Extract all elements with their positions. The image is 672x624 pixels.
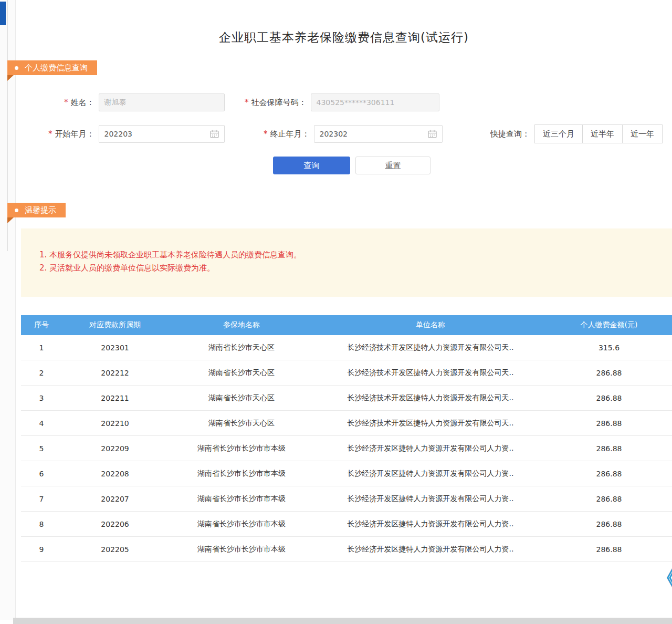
cell-region: 湖南省长沙市天心区 — [168, 393, 315, 403]
calendar-icon[interactable] — [428, 130, 437, 138]
badge-fold-decoration — [7, 217, 14, 223]
cell-amount: 286.88 — [546, 444, 672, 453]
cell-seq: 1 — [21, 344, 62, 352]
payment-table: 序号 对应费款所属期 参保地名称 单位名称 个人缴费金额(元) 1 202301… — [21, 315, 672, 562]
section-badge-tips: 温馨提示 — [7, 203, 66, 217]
cell-period: 202207 — [62, 495, 168, 503]
quick-query-label: 快捷查询： — [490, 129, 530, 139]
cell-region: 湖南省长沙市长沙市市本级 — [168, 519, 315, 529]
page-title: 企业职工基本养老保险缴费信息查询(试运行) — [16, 29, 672, 46]
cell-period: 202205 — [62, 545, 168, 554]
bullet-icon — [15, 209, 18, 212]
cell-employer: 长沙经济开发区捷特人力资源开发有限公司人力资.. — [315, 494, 546, 504]
pension-query-page: 企业职工基本养老保险缴费信息查询(试运行) 个人缴费信息查询 * 姓名： 谢旭泰… — [0, 0, 672, 624]
table-row[interactable]: 9 202205 湖南省长沙市长沙市市本级 长沙经济开发区捷特人力资源开发有限公… — [21, 537, 672, 562]
end-month-field-group: * 终止年月： 202302 — [264, 125, 443, 143]
table-row[interactable]: 2 202212 湖南省长沙市天心区 长沙经济技术开发区捷特人力资源开发有限公司… — [21, 360, 672, 386]
cell-period: 202210 — [62, 419, 168, 428]
cell-amount: 286.88 — [546, 495, 672, 503]
tips-line-2: 2. 灵活就业人员的缴费单位信息以实际缴费为准。 — [39, 262, 672, 275]
start-month-value: 202203 — [104, 130, 132, 138]
cell-seq: 7 — [21, 495, 62, 503]
tips-notice-box: 1. 本服务仅提供尚未领取企业职工基本养老保险待遇人员的缴费信息查询。 2. 灵… — [21, 228, 672, 297]
cell-region: 湖南省长沙市长沙市市本级 — [168, 444, 315, 453]
left-sidebar-rail — [0, 0, 16, 620]
cell-amount: 286.88 — [546, 520, 672, 528]
cell-amount: 315.6 — [546, 344, 672, 352]
table-row[interactable]: 5 202209 湖南省长沙市长沙市市本级 长沙经济开发区捷特人力资源开发有限公… — [21, 436, 672, 461]
ssn-label: 社会保障号码： — [251, 98, 307, 108]
quick-btn-oneyear[interactable]: 近一年 — [622, 124, 663, 143]
required-asterisk: * — [64, 98, 68, 107]
start-month-field-group: * 开始年月： 202203 — [48, 125, 225, 143]
cell-seq: 8 — [21, 520, 62, 528]
table-body: 1 202301 湖南省长沙市天心区 长沙经济技术开发区捷特人力资源开发有限公司… — [21, 335, 672, 562]
query-button[interactable]: 查询 — [273, 157, 350, 174]
cell-period: 202208 — [62, 470, 168, 478]
end-month-input[interactable]: 202302 — [314, 125, 443, 143]
col-header-region: 参保地名称 — [168, 320, 315, 330]
table-row[interactable]: 4 202210 湖南省长沙市天心区 长沙经济技术开发区捷特人力资源开发有限公司… — [21, 411, 672, 436]
cell-region: 湖南省长沙市天心区 — [168, 343, 315, 352]
required-asterisk: * — [48, 129, 52, 139]
cell-employer: 长沙经济技术开发区捷特人力资源开发有限公司天.. — [315, 343, 546, 352]
cell-employer: 长沙经济技术开发区捷特人力资源开发有限公司天.. — [315, 368, 546, 378]
start-month-input[interactable]: 202203 — [99, 125, 225, 143]
bullet-icon — [15, 66, 18, 70]
cell-amount: 286.88 — [546, 470, 672, 478]
cell-employer: 长沙经济开发区捷特人力资源开发有限公司人力资.. — [315, 444, 546, 453]
col-header-employer: 单位名称 — [315, 320, 546, 330]
collapse-double-chevron-icon[interactable]: 《 — [655, 567, 672, 589]
cell-employer: 长沙经济技术开发区捷特人力资源开发有限公司天.. — [315, 393, 546, 403]
cell-employer: 长沙经济开发区捷特人力资源开发有限公司人力资.. — [315, 545, 546, 554]
table-header-row: 序号 对应费款所属期 参保地名称 单位名称 个人缴费金额(元) — [21, 315, 672, 335]
cell-region: 湖南省长沙市长沙市市本级 — [168, 545, 315, 554]
section-badge-label: 温馨提示 — [25, 203, 56, 217]
end-month-label: 终止年月： — [270, 129, 310, 139]
cell-employer: 长沙经济开发区捷特人力资源开发有限公司人力资.. — [315, 469, 546, 479]
cell-seq: 2 — [21, 369, 62, 377]
calendar-icon[interactable] — [210, 130, 219, 138]
table-row[interactable]: 1 202301 湖南省长沙市天心区 长沙经济技术开发区捷特人力资源开发有限公司… — [21, 335, 672, 360]
cell-seq: 3 — [21, 394, 62, 402]
cell-region: 湖南省长沙市长沙市市本级 — [168, 494, 315, 504]
cell-amount: 286.88 — [546, 545, 672, 554]
cell-amount: 286.88 — [546, 369, 672, 377]
required-asterisk: * — [245, 98, 249, 107]
reset-button[interactable]: 重置 — [355, 157, 430, 174]
end-month-value: 202302 — [320, 130, 348, 138]
cell-region: 湖南省长沙市长沙市市本级 — [168, 469, 315, 479]
table-row[interactable]: 6 202208 湖南省长沙市长沙市市本级 长沙经济开发区捷特人力资源开发有限公… — [21, 461, 672, 486]
cell-amount: 286.88 — [546, 419, 672, 428]
cell-seq: 5 — [21, 444, 62, 453]
quick-btn-halfyear[interactable]: 近半年 — [582, 124, 623, 143]
cell-amount: 286.88 — [546, 394, 672, 402]
sidebar-blue-tab[interactable] — [0, 2, 6, 25]
cell-period: 202206 — [62, 520, 168, 528]
cell-employer: 长沙经济技术开发区捷特人力资源开发有限公司天.. — [315, 419, 546, 428]
bottom-scrollbar-track[interactable] — [13, 618, 672, 624]
cell-employer: 长沙经济开发区捷特人力资源开发有限公司人力资.. — [315, 519, 546, 529]
quick-query-group: 快捷查询： 近三个月 近半年 近一年 — [490, 124, 663, 143]
col-header-seq: 序号 — [21, 320, 62, 330]
badge-fold-decoration — [7, 75, 14, 81]
name-input[interactable]: 谢旭泰 — [99, 93, 225, 111]
cell-period: 202211 — [62, 394, 168, 402]
cell-seq: 9 — [21, 545, 62, 554]
col-header-amount: 个人缴费金额(元) — [546, 320, 672, 330]
quick-btn-3months[interactable]: 近三个月 — [534, 124, 583, 143]
ssn-field-group: * 社会保障号码： 430525******306111 — [245, 93, 439, 111]
cell-period: 202301 — [62, 344, 168, 352]
ssn-input[interactable]: 430525******306111 — [311, 93, 439, 111]
table-row[interactable]: 7 202207 湖南省长沙市长沙市市本级 长沙经济开发区捷特人力资源开发有限公… — [21, 486, 672, 512]
table-row[interactable]: 3 202211 湖南省长沙市天心区 长沙经济技术开发区捷特人力资源开发有限公司… — [21, 386, 672, 411]
col-header-period: 对应费款所属期 — [62, 320, 168, 330]
cell-seq: 4 — [21, 419, 62, 428]
cell-region: 湖南省长沙市天心区 — [168, 368, 315, 378]
table-row[interactable]: 8 202206 湖南省长沙市长沙市市本级 长沙经济开发区捷特人力资源开发有限公… — [21, 512, 672, 537]
cell-seq: 6 — [21, 470, 62, 478]
section-badge-personal-query: 个人缴费信息查询 — [7, 60, 97, 75]
cell-period: 202212 — [62, 369, 168, 377]
start-month-label: 开始年月： — [55, 129, 94, 139]
tips-line-1: 1. 本服务仅提供尚未领取企业职工基本养老保险待遇人员的缴费信息查询。 — [39, 248, 672, 262]
